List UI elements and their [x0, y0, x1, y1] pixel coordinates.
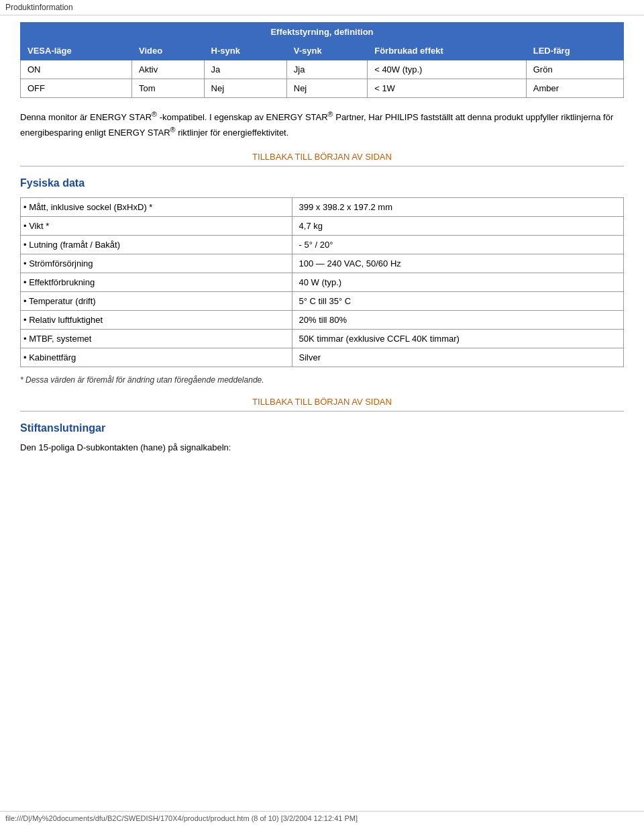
physical-label: Relativ luftfuktighet: [21, 310, 292, 329]
table-cell: Jja: [286, 60, 367, 79]
physical-value: 50K timmar (exklusive CCFL 40K timmar): [292, 329, 623, 348]
physical-value: Silver: [292, 348, 623, 367]
table-cell: Aktiv: [132, 60, 205, 79]
physical-label: Temperatur (drift): [21, 291, 292, 310]
table-cell: Nej: [204, 79, 286, 98]
page-title: Produktinformation: [5, 3, 73, 12]
back-link-2[interactable]: TILLBAKA TILL BÖRJAN AV SIDAN: [20, 397, 624, 407]
physical-value: 100 — 240 VAC, 50/60 Hz: [292, 254, 623, 273]
physical-value: 5° C till 35° C: [292, 291, 623, 310]
table-cell: Tom: [132, 79, 205, 98]
table-row: ONAktivJaJja< 40W (typ.)Grön: [21, 60, 624, 79]
stiftanslutningar-section: Stiftanslutningar Den 15-poliga D-subkon…: [20, 422, 624, 452]
physical-label: Strömförsörjning: [21, 254, 292, 273]
table-cell: Nej: [286, 79, 367, 98]
physical-value: 40 W (typ.): [292, 273, 623, 291]
physical-table: Mått, inklusive sockel (BxHxD) *399 x 39…: [20, 197, 624, 367]
table-cell: Grön: [526, 60, 623, 79]
page-wrapper: Produktinformation Effektstyrning, defin…: [0, 0, 644, 825]
energy-star-text: Denna monitor är ENERGY STAR® -kompatibe…: [20, 109, 624, 140]
physical-label: Vikt *: [21, 216, 292, 235]
table-cell: < 40W (typ.): [368, 60, 527, 79]
table-row: Lutning (framåt / Bakåt)- 5° / 20°: [21, 235, 624, 254]
fysiska-data-section: Fysiska data Mått, inklusive sockel (BxH…: [20, 177, 624, 385]
stiftanslutningar-description: Den 15-poliga D-subkontakten (hane) på s…: [20, 442, 624, 452]
table-row: Effektförbrukning40 W (typ.): [21, 273, 624, 291]
table-row: Relativ luftfuktighet20% till 80%: [21, 310, 624, 329]
table-row: Temperatur (drift)5° C till 35° C: [21, 291, 624, 310]
fysiska-data-title: Fysiska data: [20, 177, 624, 189]
table-cell: Ja: [204, 60, 286, 79]
content-area: Effektstyrning, definition VESA-läge Vid…: [0, 15, 644, 466]
physical-value: - 5° / 20°: [292, 235, 623, 254]
table-cell: < 1W: [368, 79, 527, 98]
divider-2: [20, 411, 624, 411]
stiftanslutningar-title: Stiftanslutningar: [20, 422, 624, 434]
page-title-bar: Produktinformation: [0, 0, 644, 15]
table-row: MTBF, systemet50K timmar (exklusive CCFL…: [21, 329, 624, 348]
table-row: Strömförsörjning100 — 240 VAC, 50/60 Hz: [21, 254, 624, 273]
table-row: Vikt *4,7 kg: [21, 216, 624, 235]
physical-value: 4,7 kg: [292, 216, 623, 235]
physical-value: 20% till 80%: [292, 310, 623, 329]
divider-1: [20, 166, 624, 166]
table-row: KabinettfärgSilver: [21, 348, 624, 367]
table-cell: Amber: [526, 79, 623, 98]
energy-star-text1: Denna monitor är ENERGY STAR® -kompatibe…: [20, 112, 613, 138]
physical-label: Kabinettfärg: [21, 348, 292, 367]
col-hsynk: H-synk: [204, 42, 286, 60]
col-led: LED-färg: [526, 42, 623, 60]
col-vesa: VESA-läge: [21, 42, 132, 60]
col-video: Video: [132, 42, 205, 60]
footer-bar: file:///D|/My%20documents/dfu/B2C/SWEDIS…: [0, 811, 644, 825]
physical-value: 399 x 398.2 x 197.2 mm: [292, 197, 623, 216]
physical-label: Mått, inklusive sockel (BxHxD) *: [21, 197, 292, 216]
table-cell: OFF: [21, 79, 132, 98]
physical-label: Effektförbrukning: [21, 273, 292, 291]
table-row: OFFTomNejNej< 1WAmber: [21, 79, 624, 98]
power-table-header: Effektstyrning, definition: [21, 23, 624, 42]
table-row: Mått, inklusive sockel (BxHxD) *399 x 39…: [21, 197, 624, 216]
back-link-1[interactable]: TILLBAKA TILL BÖRJAN AV SIDAN: [20, 152, 624, 162]
col-effect: Förbrukad effekt: [368, 42, 527, 60]
physical-label: MTBF, systemet: [21, 329, 292, 348]
footnote: * Dessa värden är föremål för ändring ut…: [20, 375, 624, 385]
power-table: Effektstyrning, definition VESA-läge Vid…: [20, 22, 624, 98]
table-cell: ON: [21, 60, 132, 79]
footer-path: file:///D|/My%20documents/dfu/B2C/SWEDIS…: [5, 814, 358, 822]
col-vsynk: V-synk: [286, 42, 367, 60]
physical-label: Lutning (framåt / Bakåt): [21, 235, 292, 254]
